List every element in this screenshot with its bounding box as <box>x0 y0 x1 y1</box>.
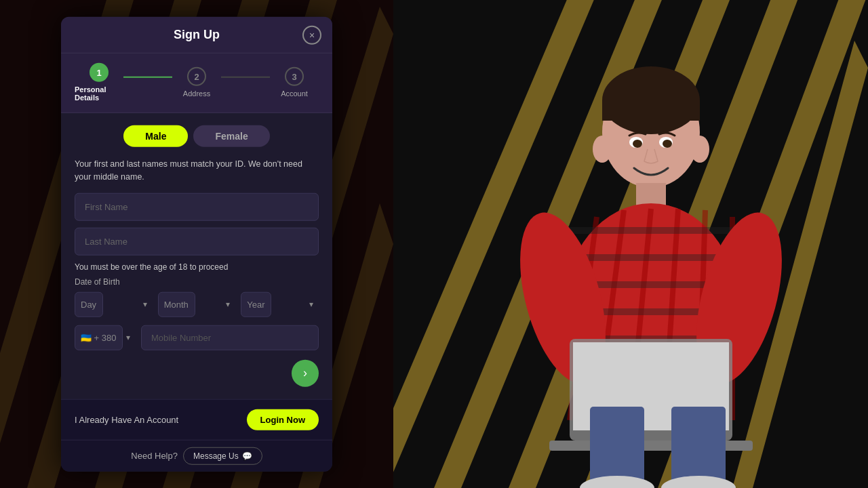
step-1-circle: 1 <box>90 63 108 82</box>
form-area: Male Female Your first and last names mu… <box>61 113 332 399</box>
month-wrapper: Month <box>158 291 236 317</box>
svg-point-48 <box>690 136 709 163</box>
next-button[interactable]: › <box>292 359 319 386</box>
phone-row: 🇺🇦 + 380 🇺🇸 + 1 🇬🇧 + 44 <box>75 325 319 350</box>
bottom-bar: I Already Have An Account Login Now <box>61 399 332 439</box>
last-name-input[interactable] <box>75 227 319 255</box>
help-bar: Need Help? Message Us 💬 <box>61 439 332 471</box>
year-wrapper: Year <box>241 291 319 317</box>
step-1: 1 Personal Details <box>75 63 123 102</box>
signup-modal: Sign Up × 1 Personal Details 2 Address 3 <box>61 17 332 472</box>
step-2-circle: 2 <box>187 67 206 86</box>
phone-input[interactable] <box>141 325 319 350</box>
steps-container: 1 Personal Details 2 Address 3 Account <box>61 54 332 113</box>
next-icon: › <box>303 366 307 380</box>
chat-icon: 💬 <box>242 451 252 460</box>
modal-header: Sign Up × <box>61 17 332 54</box>
day-wrapper: Day <box>75 291 153 317</box>
country-code-select[interactable]: 🇺🇦 + 380 🇺🇸 + 1 🇬🇧 + 44 <box>75 325 123 350</box>
modal-title: Sign Up <box>174 28 220 42</box>
info-text: Your first and last names must match you… <box>75 158 319 184</box>
svg-point-46 <box>663 140 672 148</box>
svg-rect-17 <box>602 100 700 121</box>
next-btn-row: › <box>75 359 319 386</box>
close-button[interactable]: × <box>302 25 321 44</box>
year-select[interactable]: Year <box>241 291 271 317</box>
step-3-circle: 3 <box>285 67 304 86</box>
dob-row: Day Month Year <box>75 291 319 317</box>
login-now-button[interactable]: Login Now <box>247 409 319 430</box>
dob-label: Date of Birth <box>75 277 319 286</box>
need-help-text: Need Help? <box>131 451 178 461</box>
first-name-input[interactable] <box>75 192 319 220</box>
steps-track: 1 Personal Details 2 Address 3 Account <box>75 63 319 102</box>
step-line-1 <box>123 76 172 77</box>
step-line-2 <box>221 76 270 77</box>
step-1-label: Personal Details <box>75 85 123 102</box>
message-us-button[interactable]: Message Us 💬 <box>183 447 262 464</box>
step-2: 2 Address <box>172 67 221 98</box>
svg-point-47 <box>593 136 612 163</box>
country-code-wrapper: 🇺🇦 + 380 🇺🇸 + 1 🇬🇧 + 44 <box>75 325 136 350</box>
gender-toggle: Male Female <box>75 125 319 147</box>
step-3: 3 Account <box>270 67 319 98</box>
step-3-label: Account <box>281 89 308 98</box>
month-select[interactable]: Month <box>158 291 195 317</box>
day-select[interactable]: Day <box>75 291 103 317</box>
svg-point-45 <box>633 140 642 148</box>
female-button[interactable]: Female <box>193 125 269 147</box>
step-2-label: Address <box>183 89 210 98</box>
already-have-account-text: I Already Have An Account <box>75 414 178 424</box>
male-button[interactable]: Male <box>123 125 188 147</box>
age-warning: You must be over the age of 18 to procee… <box>75 262 319 271</box>
message-us-label: Message Us <box>193 451 239 460</box>
